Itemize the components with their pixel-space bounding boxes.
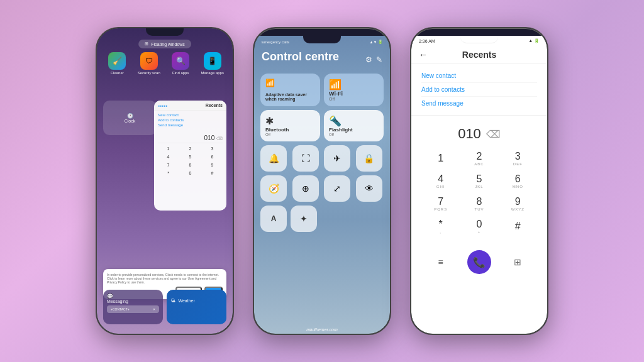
new-contact-action[interactable]: New contact xyxy=(421,69,537,83)
settings-icon[interactable]: ⚙ xyxy=(365,55,372,64)
phone-key-9[interactable]: 9 WXYZ xyxy=(499,192,537,215)
floating-windows-btn[interactable]: ⊞ Floating windows xyxy=(138,40,191,48)
app-manage[interactable]: 📱 Manage apps xyxy=(199,52,227,75)
back-button[interactable]: ← xyxy=(419,50,428,60)
menu-action-btn[interactable]: ≡ xyxy=(421,246,460,278)
send-message-action[interactable]: Send message xyxy=(421,97,537,110)
recents-title-small: Recents xyxy=(206,103,223,107)
phone-key-star[interactable]: * , xyxy=(421,215,460,238)
dialer-grid-small: 1 2 3 4 5 6 7 8 9 * 0 # xyxy=(158,145,223,177)
add-to-contacts-action[interactable]: Add to contacts xyxy=(421,83,537,97)
app-grid: 🧹 Cleaner 🛡 Security scan 🔍 Find apps 📱 … xyxy=(103,52,226,75)
notification-preview: +CONTACT+ xyxy=(111,307,130,311)
wifi-sub: Off xyxy=(329,97,379,101)
key-4[interactable]: 4 xyxy=(158,153,179,160)
phone-2: Emergency calls ▲▼ 🔋 Control centre ⚙ ✎ … xyxy=(253,27,391,335)
recent-apps-area: 🕐 Clock ●●●●● Recents New contact Add to… xyxy=(97,101,233,334)
manage-icon: 📱 xyxy=(204,52,221,70)
dots-nav: ●●●●● xyxy=(158,104,167,107)
clock-card[interactable]: 🕐 Clock xyxy=(103,101,157,135)
location-tile[interactable]: 🧭 xyxy=(260,175,287,202)
phone-key-8[interactable]: 8 TUV xyxy=(460,192,498,215)
weather-card[interactable]: 🌤 Weather xyxy=(167,290,226,324)
adaptive-tile[interactable]: 📶 Adaptive data saver when roaming xyxy=(260,74,320,106)
lock-tile[interactable]: 🔒 xyxy=(356,145,382,172)
phone-key-hash[interactable]: # xyxy=(499,215,537,238)
key-7[interactable]: 7 xyxy=(158,162,179,168)
brightness-icon: ✦ xyxy=(300,214,308,224)
app-findapps[interactable]: 🔍 Find apps xyxy=(167,52,195,75)
weather-label: Weather xyxy=(178,299,194,303)
dialer-number-display: 010 xyxy=(458,126,481,142)
floating-icon: ⊞ xyxy=(145,41,148,47)
phone-call-icon: 📞 xyxy=(473,256,486,268)
bell-tile[interactable]: 🔔 xyxy=(260,145,287,172)
key-6[interactable]: 6 xyxy=(202,153,223,160)
contacts-grid-icon: ⊞ xyxy=(514,257,521,267)
messaging-card[interactable]: 💬 Messaging +CONTACT+ ✕ xyxy=(103,290,163,324)
full-dialer-grid: 1 2 ABC 3 DEF 4 GHI xyxy=(421,147,537,238)
brightness-tile[interactable]: ✦ xyxy=(291,206,317,232)
phone-key-7[interactable]: 7 PQRS xyxy=(421,192,460,215)
flashlight-label: Flashlight xyxy=(329,127,379,133)
key-5[interactable]: 5 xyxy=(180,153,201,160)
dialer-display-large: 010 ⌫ xyxy=(421,121,537,147)
control-header: Control centre ⚙ ✎ xyxy=(254,48,390,74)
key-8[interactable]: 8 xyxy=(180,162,201,168)
phone-key-5[interactable]: 5 JKL xyxy=(460,170,498,192)
screen-mirror-tile[interactable]: ⛶ xyxy=(292,145,319,172)
key-0[interactable]: 0 xyxy=(180,170,201,177)
key-3[interactable]: 3 xyxy=(202,145,223,152)
control-centre-title: Control centre xyxy=(262,50,339,63)
key-9[interactable]: 9 xyxy=(202,162,223,168)
send-message-link-small[interactable]: Send message xyxy=(158,123,223,127)
phone-key-3[interactable]: 3 DEF xyxy=(499,147,537,170)
recents-header: ← Recents xyxy=(411,46,547,64)
dialer-actions: ≡ 📞 ⊞ xyxy=(411,243,547,282)
a-label: A xyxy=(271,214,277,223)
add-contacts-link-small[interactable]: Add to contacts xyxy=(158,118,223,122)
icon-row-1: 🔔 ⛶ ✈ 🔒 xyxy=(254,145,390,172)
dialer-section: 010 ⌫ 1 2 ABC 3 DEF xyxy=(411,116,547,243)
airplane-tile[interactable]: ✈ xyxy=(324,145,350,172)
key-1[interactable]: 1 xyxy=(158,145,179,152)
notch-2 xyxy=(303,36,341,43)
close-notification[interactable]: ✕ xyxy=(153,307,155,311)
backspace-small[interactable]: ⌫ xyxy=(216,136,223,141)
bluetooth-tile[interactable]: ✱ Bluetooth Off xyxy=(260,110,320,141)
edit-icon[interactable]: ✎ xyxy=(376,55,382,64)
manage-label: Manage apps xyxy=(201,71,224,75)
app-security[interactable]: 🛡 Security scan xyxy=(135,52,164,75)
app-cleaner[interactable]: 🧹 Cleaner xyxy=(103,52,131,75)
key-2[interactable]: 2 xyxy=(180,145,201,152)
eye-tile[interactable]: 👁 xyxy=(356,175,382,202)
emergency-calls-text: Emergency calls xyxy=(262,40,289,44)
consent-text: In order to provide personalized service… xyxy=(107,273,223,284)
phone-1: ⊞ Floating windows 🧹 Cleaner 🛡 Security … xyxy=(96,27,234,335)
backspace-button[interactable]: ⌫ xyxy=(486,128,501,140)
cleaner-label: Cleaner xyxy=(111,71,124,75)
phone-key-4[interactable]: 4 GHI xyxy=(421,170,460,192)
phone-key-6[interactable]: 6 MNO xyxy=(499,170,537,192)
phone-key-0[interactable]: 0 + xyxy=(460,215,498,238)
clock-label: Clock xyxy=(125,119,136,123)
phone-key-1[interactable]: 1 xyxy=(421,147,460,170)
flashlight-tile[interactable]: 🔦 Flashlight Off xyxy=(324,110,384,141)
key-hash[interactable]: # xyxy=(202,170,223,177)
status-icons-2: ▲▼ 🔋 xyxy=(369,40,382,44)
expand-tile[interactable]: ⤢ xyxy=(324,175,350,202)
phone-3: 2:36 AM ▲ 🔋 ← Recents New contact Add to… xyxy=(410,27,548,335)
call-action-btn[interactable]: 📞 xyxy=(460,246,498,278)
text-tile[interactable]: A xyxy=(260,206,287,232)
phone-card-header: ●●●●● Recents xyxy=(154,101,226,111)
control-grid-2: ✱ Bluetooth Off 🔦 Flashlight Off xyxy=(254,110,390,141)
menu-icon: ≡ xyxy=(438,257,443,267)
wifi-tile[interactable]: 📶 Wi-Fi Off xyxy=(324,74,384,106)
phone-key-2[interactable]: 2 ABC xyxy=(460,147,498,170)
flashlight-sub: Off xyxy=(329,133,379,136)
call-button-large[interactable]: 📞 xyxy=(467,250,491,274)
key-star[interactable]: * xyxy=(158,170,179,177)
focus-tile[interactable]: ⊕ xyxy=(292,175,319,202)
contacts-action-btn[interactable]: ⊞ xyxy=(499,246,537,278)
new-contact-link-small[interactable]: New contact xyxy=(158,113,223,117)
